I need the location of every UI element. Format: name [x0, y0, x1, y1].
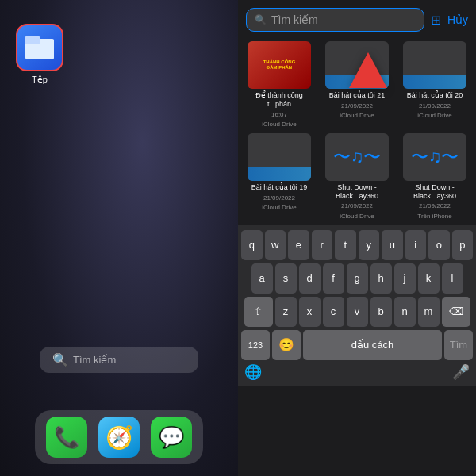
keyboard[interactable]: q w e r t y u i o p a s d f g h j k l ⇧ … [238, 225, 476, 386]
key-u[interactable]: u [382, 230, 403, 260]
key-e[interactable]: e [288, 230, 309, 260]
search-bar-row: 🔍 Tìm kiếm ⊞ Hủy [238, 0, 476, 36]
messages-icon: 💬 [159, 425, 184, 450]
dock: 📞 🧭 💬 [35, 410, 203, 464]
file-name-3: Bài hát của tôi 20 [407, 91, 463, 100]
delete-key[interactable]: ⌫ [442, 297, 470, 327]
file-source-4: iCloud Drive [262, 204, 297, 212]
file-date-3: 21/09/2022 [419, 102, 451, 110]
key-r[interactable]: r [312, 230, 333, 260]
home-grid: Tệp [0, 0, 238, 85]
audio-thumb-6: 〜♫〜 [403, 133, 466, 181]
phone-app-icon[interactable]: 📞 [46, 416, 87, 458]
phone-icon: 📞 [54, 425, 79, 450]
globe-key[interactable]: 🌐 [244, 363, 262, 381]
file-date-5: 21/09/2022 [341, 202, 373, 210]
key-b[interactable]: b [370, 297, 392, 327]
file-date-4: 21/09/2022 [263, 194, 295, 202]
file-source-3: iCloud Drive [417, 112, 452, 120]
file-source-2: iCloud Drive [340, 112, 374, 120]
key-a[interactable]: a [251, 263, 273, 294]
files-icon [25, 36, 54, 60]
doc-thumb-2 [325, 41, 389, 89]
key-v[interactable]: v [347, 297, 368, 327]
key-q[interactable]: q [241, 230, 263, 260]
key-i[interactable]: i [405, 230, 427, 260]
file-name-2: Bài hát của tôi 21 [329, 91, 386, 100]
file-time-1: 16:07 [271, 111, 287, 119]
file-item-3[interactable]: Bài hát của tôi 20 21/09/2022 iCloud Dri… [400, 41, 470, 129]
key-h[interactable]: h [370, 263, 392, 294]
cancel-button[interactable]: Hủy [447, 13, 468, 26]
safari-app-icon[interactable]: 🧭 [98, 416, 140, 458]
file-name-6: Shut Down - Black...ay360 [400, 183, 470, 201]
grid-view-icon[interactable]: ⊞ [431, 13, 441, 28]
file-item-6[interactable]: 〜♫〜 Shut Down - Black...ay360 21/09/2022… [400, 133, 470, 221]
left-search-text: Tìm kiếm [73, 354, 116, 366]
key-y[interactable]: y [359, 230, 380, 260]
key-l[interactable]: l [442, 263, 463, 294]
keyboard-row-3: ⇧ z x c v b n m ⌫ [241, 297, 473, 327]
file-name-1: Để thành công t...phán [244, 91, 314, 109]
file-thumb-6: 〜♫〜 [403, 133, 466, 181]
file-source-1: iCloud Drive [262, 121, 297, 129]
key-t[interactable]: t [335, 230, 356, 260]
left-search-icon: 🔍 [52, 352, 68, 367]
file-thumb-2 [325, 41, 389, 89]
key-emoji[interactable]: 😊 [272, 330, 301, 360]
files-area: THÀNH CÔNGĐÀM PHÁN Để thành công t...phá… [238, 36, 476, 133]
key-m[interactable]: m [418, 297, 440, 327]
files-app-label: Tệp [32, 75, 48, 85]
search-bar[interactable]: 🔍 Tìm kiếm [246, 8, 424, 32]
file-item-5[interactable]: 〜♫〜 Shut Down - Black...ay360 21/09/2022… [322, 133, 392, 221]
left-panel: Tệp 🔍 Tìm kiếm 📞 🧭 💬 [0, 0, 238, 476]
shift-key[interactable]: ⇧ [244, 297, 273, 327]
file-date-6: 21/09/2022 [419, 202, 451, 210]
waveform-icon: 〜♫〜 [333, 145, 382, 169]
file-thumb-4 [248, 133, 311, 181]
file-thumb-3 [403, 41, 466, 89]
keyboard-bottom2: 🌐 🎤 [241, 362, 473, 382]
right-panel: 🔍 Tìm kiếm ⊞ Hủy THÀNH CÔNGĐÀM PHÁN Để t… [238, 0, 476, 476]
key-123[interactable]: 123 [241, 330, 270, 360]
key-x[interactable]: x [299, 297, 321, 327]
key-n[interactable]: n [394, 297, 416, 327]
file-thumb-1: THÀNH CÔNGĐÀM PHÁN [248, 41, 311, 89]
files-grid-row2: Bài hát của tôi 19 21/09/2022 iCloud Dri… [238, 133, 476, 225]
key-z[interactable]: z [275, 297, 297, 327]
search-icon: 🔍 [255, 14, 267, 25]
file-source-6: Trên iPhone [417, 213, 451, 221]
search-input[interactable]: Tìm kiếm [271, 13, 318, 26]
key-d[interactable]: d [299, 263, 321, 294]
doc-thumb-4 [248, 133, 311, 181]
files-grid-row1: THÀNH CÔNGĐÀM PHÁN Để thành công t...phá… [238, 36, 476, 133]
key-s[interactable]: s [275, 263, 297, 294]
waveform-icon-2: 〜♫〜 [411, 145, 459, 169]
mic-key[interactable]: 🎤 [452, 363, 470, 381]
file-item-4[interactable]: Bài hát của tôi 19 21/09/2022 iCloud Dri… [244, 133, 314, 221]
file-source-5: iCloud Drive [340, 213, 374, 221]
key-c[interactable]: c [323, 297, 344, 327]
key-f[interactable]: f [323, 263, 344, 294]
doc-thumb-3 [403, 41, 466, 89]
safari-icon: 🧭 [106, 424, 133, 451]
key-space[interactable]: dấu cách [303, 330, 442, 360]
key-j[interactable]: j [394, 263, 416, 294]
file-item-1[interactable]: THÀNH CÔNGĐÀM PHÁN Để thành công t...phá… [244, 41, 314, 129]
key-w[interactable]: w [265, 230, 286, 260]
file-name-5: Shut Down - Black...ay360 [322, 183, 392, 201]
key-g[interactable]: g [347, 263, 368, 294]
keyboard-bottom-row: 123 😊 dấu cách Tìm [241, 330, 473, 360]
files-app-icon[interactable] [16, 24, 63, 71]
key-k[interactable]: k [418, 263, 440, 294]
key-p[interactable]: p [452, 230, 474, 260]
messages-app-icon[interactable]: 💬 [151, 416, 192, 458]
file-item-2[interactable]: Bài hát của tôi 21 21/09/2022 iCloud Dri… [322, 41, 392, 129]
files-app[interactable]: Tệp [16, 24, 63, 85]
key-tim[interactable]: Tìm [444, 330, 473, 360]
file-thumb-5: 〜♫〜 [325, 133, 389, 181]
key-o[interactable]: o [428, 230, 450, 260]
audio-thumb-5: 〜♫〜 [325, 133, 389, 181]
file-date-2: 21/09/2022 [341, 102, 373, 110]
left-search-bar[interactable]: 🔍 Tìm kiếm [40, 347, 198, 373]
